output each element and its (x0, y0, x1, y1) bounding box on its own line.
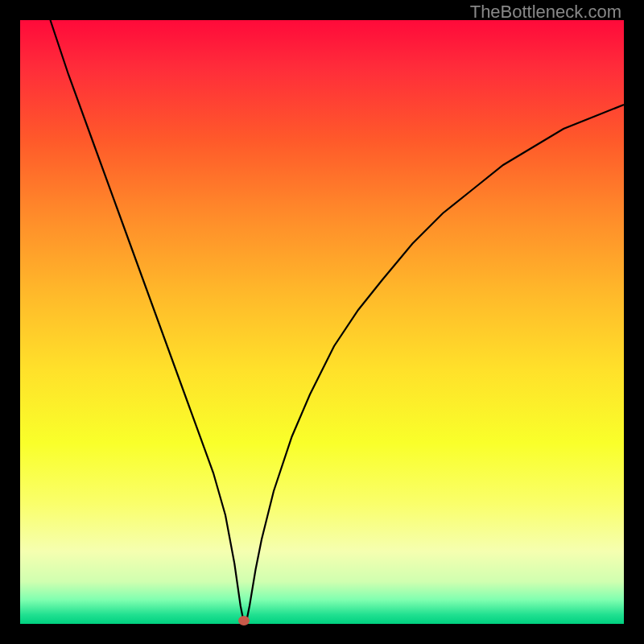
bottleneck-curve (51, 20, 625, 621)
optimal-point-marker (238, 616, 250, 625)
chart-curve-layer (20, 20, 624, 624)
chart-plot-area (20, 20, 624, 624)
watermark-text: TheBottleneck.com (470, 2, 621, 23)
